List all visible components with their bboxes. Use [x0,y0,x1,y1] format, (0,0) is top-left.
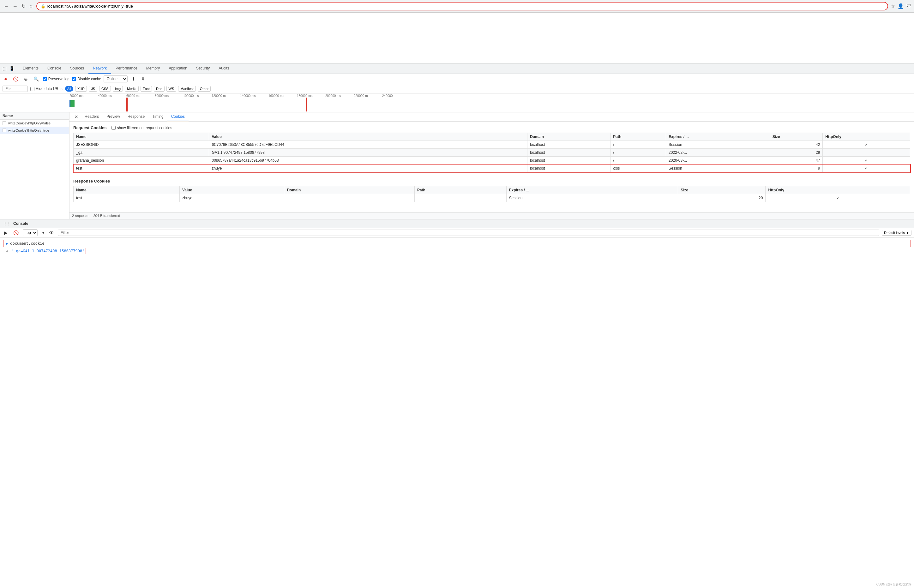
detail-panel: ✕ Headers Preview Response Timing Cookie… [69,112,914,219]
nav-buttons: ← → ↻ ⌂ [3,3,34,10]
home-button[interactable]: ⌂ [28,3,34,10]
console-level-button[interactable]: Default levels ▼ [882,230,911,236]
detail-close-button[interactable]: ✕ [72,113,81,121]
show-filtered-label[interactable]: show filtered out request cookies [111,126,172,130]
filter-button[interactable]: ⊛ [23,76,29,82]
request-cookies-title: Request Cookies show filtered out reques… [73,125,910,130]
cookie-value: 00b65787a441a24ca18c915b97704b53 [209,157,527,165]
reload-button[interactable]: ↻ [20,3,27,10]
console-clear-button[interactable]: 🚫 [12,229,20,236]
tab-elements[interactable]: Elements [18,63,43,74]
col-httponly: HttpOnly [765,186,910,194]
tab-network[interactable]: Network [89,63,111,74]
shield-icon[interactable]: 🛡 [906,3,911,9]
bookmark-icon[interactable]: ☆ [891,3,895,9]
cookie-value: GA1.1.907472498.1580877998 [209,149,527,157]
preserve-log-checkbox[interactable] [43,77,47,81]
disable-cache-text: Disable cache [78,77,101,81]
detail-tab-timing[interactable]: Timing [149,112,167,121]
console-context-button[interactable]: ▶ [3,229,9,236]
filter-bar: Hide data URLs All XHR JS CSS Img Media … [0,84,914,94]
console-input-line: ▶ document.cookie [3,240,911,247]
detail-tab-response[interactable]: Response [124,112,149,121]
request-icon-2 [3,129,6,132]
address-bar[interactable]: 🔒 [36,2,888,10]
hide-data-urls-label[interactable]: Hide data URLs [30,87,63,91]
record-button[interactable]: ● [3,75,9,83]
upload-button[interactable]: ⬆ [130,76,137,82]
tab-audits[interactable]: Audits [214,63,233,74]
throttle-select[interactable]: Online Fast 3G Slow 3G Offline [103,76,128,82]
request-item-2[interactable]: writeCookie?httpOnly=true [0,127,69,134]
cookie-name: test [74,165,209,173]
console-context-select[interactable]: top [23,229,37,236]
show-filtered-checkbox[interactable] [111,126,116,130]
detail-tab-cookies[interactable]: Cookies [167,112,189,121]
timeline-line-3 [253,98,253,111]
preserve-log-label[interactable]: Preserve log [43,77,69,81]
cookie-name: test [74,194,180,202]
table-row-highlighted[interactable]: test zhuye localhost /xss Session 9 ✓ [74,165,910,173]
cookie-name: _ga [74,149,209,157]
cookie-domain [284,194,415,202]
filter-js[interactable]: JS [89,86,97,92]
console-input-text[interactable]: document.cookie [10,241,44,246]
cookie-size: 42 [770,141,823,149]
cookie-httponly: ✓ [823,157,910,165]
inspect-icon[interactable]: ⬚ [3,66,6,71]
cookie-path: / [610,157,666,165]
filter-css[interactable]: CSS [99,86,111,92]
console-eye-button[interactable]: 👁 [48,229,55,236]
back-button[interactable]: ← [3,3,10,10]
filter-doc[interactable]: Doc [154,86,165,92]
filter-input[interactable] [3,86,28,92]
request-item-1[interactable]: writeCookie?httpOnly=false [0,120,69,127]
disable-cache-label[interactable]: Disable cache [72,77,101,81]
console-filter-input[interactable] [58,229,879,236]
device-icon[interactable]: 📱 [9,66,15,71]
filter-xhr[interactable]: XHR [75,86,87,92]
filter-all[interactable]: All [65,86,73,92]
profile-icon[interactable]: 👤 [898,3,904,9]
preserve-log-text: Preserve log [48,77,69,81]
detail-tab-headers[interactable]: Headers [81,112,103,121]
filter-font[interactable]: Font [140,86,152,92]
console-title: Console [13,221,28,226]
cookie-size: 9 [770,165,823,173]
filter-manifest[interactable]: Manifest [178,86,196,92]
clear-button[interactable]: 🚫 [11,76,20,82]
tab-console[interactable]: Console [43,63,66,74]
filter-img[interactable]: Img [113,86,123,92]
tab-memory[interactable]: Memory [142,63,164,74]
url-input[interactable] [47,4,884,8]
tab-sources[interactable]: Sources [66,63,89,74]
table-row[interactable]: _ga GA1.1.907472498.1580877998 localhost… [74,149,910,157]
table-row[interactable]: grafana_session 00b65787a441a24ca18c915b… [74,157,910,165]
table-row[interactable]: JSESSIONID 6C7076B2653A48CB55576D75F9E5C… [74,141,910,149]
filter-ws[interactable]: WS [166,86,176,92]
detail-tabs: ✕ Headers Preview Response Timing Cookie… [69,112,914,121]
col-path: Path [414,186,506,194]
filter-other[interactable]: Other [198,86,211,92]
detail-tab-preview[interactable]: Preview [103,112,124,121]
filter-media[interactable]: Media [125,86,139,92]
timeline-label-180k: 180000 ms [297,94,325,98]
download-button[interactable]: ⬇ [140,76,147,82]
col-path: Path [610,133,666,141]
disable-cache-checkbox[interactable] [72,77,76,81]
col-name: Name [74,133,209,141]
cookie-expires: Session [666,165,770,173]
cookie-expires: Session [666,141,770,149]
tab-security[interactable]: Security [192,63,214,74]
forward-button[interactable]: → [11,3,19,10]
timeline-label-80k: 80000 ms [155,94,183,98]
timeline-label-100k: 100000 ms [183,94,212,98]
tab-performance[interactable]: Performance [111,63,142,74]
col-httponly: HttpOnly [823,133,910,141]
tab-application[interactable]: Application [164,63,192,74]
table-row[interactable]: test zhuye Session 20 ✓ [74,194,910,202]
hide-data-urls-checkbox[interactable] [30,87,34,91]
request-list-header: Name [0,112,69,120]
console-output-text: "_ga=GA1.1.907472498.1580877998" [10,248,86,254]
search-button[interactable]: 🔍 [32,76,40,82]
